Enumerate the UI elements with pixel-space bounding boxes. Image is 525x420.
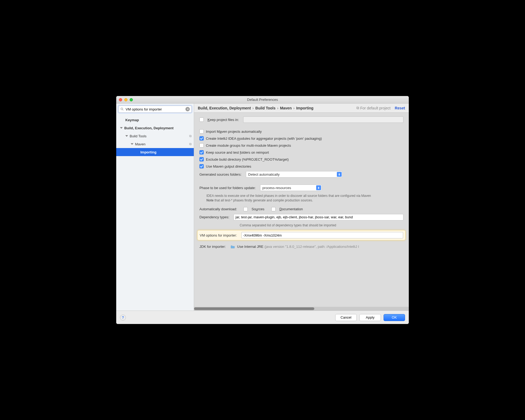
svg-point-0: [121, 108, 123, 110]
copy-icon: ⧉: [356, 106, 359, 110]
close-icon[interactable]: [119, 98, 122, 101]
chevron-down-icon: [125, 135, 128, 137]
auto-download-row: Automatically download: Sources Document…: [199, 207, 403, 211]
auto-download-label: Automatically download:: [199, 207, 237, 211]
chevron-right-icon: ›: [253, 106, 254, 110]
sidebar-item-build-tools[interactable]: Build Tools ⧉: [116, 132, 194, 140]
dependency-types-hint: Comma separated list of dependency types…: [240, 223, 403, 228]
jdk-label: JDK for importer:: [199, 245, 226, 249]
horizontal-scrollbar[interactable]: [194, 307, 409, 311]
traffic-lights: [119, 98, 133, 101]
output-dirs-checkbox[interactable]: [199, 164, 204, 168]
generated-sources-row: Generated sources folders: Detect automa…: [199, 171, 403, 178]
sidebar-item-keymap[interactable]: Keymap: [116, 116, 194, 124]
aggregator-label: Create IntelliJ IDEA modules for aggrega…: [206, 137, 322, 141]
keep-project-files-label: Keep project files in:: [207, 118, 239, 122]
sources-checkbox[interactable]: [243, 207, 248, 211]
output-dirs-label: Use Maven output directories: [206, 164, 251, 168]
main-panel: Build, Execution, Deployment › Build Too…: [194, 104, 409, 311]
chevron-down-icon: [120, 127, 123, 129]
ok-button[interactable]: OK: [384, 314, 405, 321]
crumb-importing: Importing: [296, 106, 313, 110]
import-auto-checkbox[interactable]: [199, 129, 204, 134]
search-input[interactable]: [124, 107, 185, 111]
documentation-checkbox[interactable]: [271, 207, 276, 211]
maximize-icon[interactable]: [130, 98, 133, 101]
keep-project-files-checkbox[interactable]: [199, 117, 204, 122]
sidebar-item-build-execution-deployment[interactable]: Build, Execution, Deployment: [116, 124, 194, 132]
module-groups-checkbox[interactable]: [199, 143, 204, 148]
module-groups-label: Create module groups for multi-module Ma…: [206, 143, 291, 148]
chevron-down-icon: [131, 143, 133, 145]
generated-sources-label: Generated sources folders:: [199, 172, 242, 176]
chevron-up-down-icon: [316, 185, 321, 190]
output-dirs-row: Use Maven output directories: [199, 164, 403, 168]
scrollbar-thumb[interactable]: [194, 307, 314, 310]
dependency-types-row: Dependency types:: [199, 214, 403, 220]
vm-options-row: VM options for importer:: [197, 230, 406, 240]
keep-folders-label: Keep source and test folders on reimport: [206, 150, 269, 154]
clear-search-icon[interactable]: ✕: [185, 107, 190, 111]
sidebar-item-label: Maven: [135, 142, 145, 146]
keep-folders-checkbox[interactable]: [199, 150, 204, 154]
sidebar-item-importing[interactable]: Importing: [116, 148, 194, 156]
folder-icon: [231, 245, 235, 249]
sidebar: ✕ Keymap Build, Execution, Deployment Bu…: [116, 104, 194, 311]
copy-icon[interactable]: ⧉: [189, 134, 192, 138]
reset-button[interactable]: Reset: [395, 106, 405, 110]
settings-tree: Keymap Build, Execution, Deployment Buil…: [116, 115, 194, 156]
window-title: Default Preferences: [116, 98, 409, 102]
exclude-build-checkbox[interactable]: [199, 157, 204, 161]
copy-icon[interactable]: ⧉: [189, 142, 192, 146]
chevron-up-down-icon: [337, 172, 342, 177]
exclude-build-row: Exclude build directory (%PROJECT_ROOT%/…: [199, 157, 403, 161]
module-groups-row: Create module groups for multi-module Ma…: [199, 143, 403, 148]
sidebar-item-label: Build Tools: [130, 134, 147, 138]
apply-button[interactable]: Apply: [359, 314, 381, 321]
dependency-types-input[interactable]: [234, 214, 403, 220]
aggregator-row: Create IntelliJ IDEA modules for aggrega…: [199, 136, 403, 141]
phase-hint: IDEA needs to execute one of the listed …: [206, 194, 403, 203]
exclude-build-label: Exclude build directory (%PROJECT_ROOT%/…: [206, 157, 289, 161]
generated-sources-select[interactable]: Detect automatically: [246, 171, 342, 178]
cancel-button[interactable]: Cancel: [335, 314, 357, 321]
chevron-right-icon: ›: [293, 106, 295, 110]
documentation-label: Documentation: [279, 207, 303, 211]
footer: ? Cancel Apply OK: [116, 311, 409, 324]
vm-options-label: VM options for importer:: [200, 233, 237, 237]
crumb-build-tools[interactable]: Build Tools: [255, 106, 275, 110]
jdk-value[interactable]: Use Internal JRE (java version "1.8.0_11…: [237, 245, 359, 249]
crumb-build[interactable]: Build, Execution, Deployment: [198, 106, 251, 110]
keep-project-files-input[interactable]: [243, 116, 403, 123]
svg-line-1: [122, 109, 123, 110]
keep-project-files-row: Keep project files in:: [199, 116, 403, 123]
breadcrumb: Build, Execution, Deployment › Build Too…: [194, 104, 409, 113]
dependency-types-label: Dependency types:: [199, 215, 229, 219]
preferences-window: Default Preferences ✕ Keymap Build, E: [116, 96, 409, 324]
sidebar-item-maven[interactable]: Maven ⧉: [116, 140, 194, 148]
vm-options-input[interactable]: [241, 232, 403, 238]
aggregator-checkbox[interactable]: [199, 136, 204, 141]
import-auto-row: Import Maven projects automatically: [199, 129, 403, 134]
minimize-icon[interactable]: [124, 98, 127, 101]
keep-folders-row: Keep source and test folders on reimport: [199, 150, 403, 154]
sidebar-item-label: Build, Execution, Deployment: [124, 126, 173, 130]
phase-row: Phase to be used for folders update: pro…: [199, 185, 403, 191]
phase-select[interactable]: process-resources: [260, 185, 322, 191]
search-icon: [120, 107, 124, 111]
crumb-maven[interactable]: Maven: [280, 106, 292, 110]
titlebar: Default Preferences: [116, 96, 409, 104]
chevron-right-icon: ›: [277, 106, 278, 110]
sources-label: Sources: [251, 207, 264, 211]
sidebar-item-label: Importing: [140, 150, 156, 154]
sidebar-item-label: Keymap: [125, 118, 139, 122]
help-button[interactable]: ?: [120, 315, 126, 320]
search-input-wrap: ✕: [118, 106, 192, 113]
jdk-row: JDK for importer: Use Internal JRE (java…: [199, 243, 403, 250]
import-auto-label: Import Maven projects automatically: [206, 130, 262, 134]
for-default-project-label: ⧉ For default project: [356, 106, 391, 110]
phase-label: Phase to be used for folders update:: [199, 186, 256, 190]
